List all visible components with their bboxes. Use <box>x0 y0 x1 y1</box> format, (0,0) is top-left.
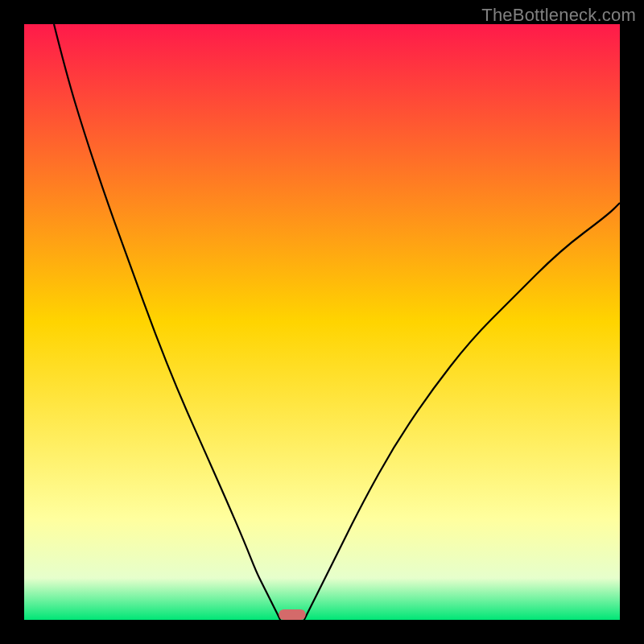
watermark-text: TheBottleneck.com <box>481 5 636 26</box>
plot-area <box>24 24 620 620</box>
chart-background <box>24 24 620 620</box>
bottom-marker-pill <box>279 609 305 620</box>
gradient-chart <box>24 24 620 620</box>
chart-frame: TheBottleneck.com <box>0 0 644 644</box>
